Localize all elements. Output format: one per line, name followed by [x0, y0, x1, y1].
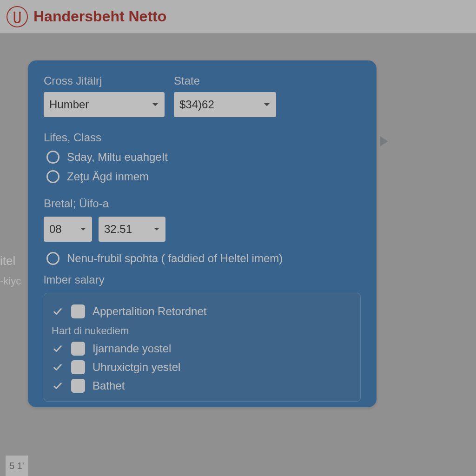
- bg-line-1: itel: [0, 250, 21, 272]
- chevron-down-icon: [152, 101, 159, 108]
- field-cross: Cross Jitälrj Humber: [44, 74, 165, 117]
- bretal-select-1[interactable]: 08: [44, 217, 92, 242]
- chevron-down-icon: [153, 226, 160, 232]
- radio-icon: [46, 151, 60, 164]
- check-label: Ijarnande yostel: [93, 342, 171, 355]
- imber-salary-box: Appertalition Retordnet Hart di nukediem…: [44, 293, 361, 402]
- bretal-select-2-value: 32.51: [104, 223, 132, 236]
- check-label: Appertalition Retordnet: [93, 305, 206, 318]
- radio-label: Zeţu Ägd inmem: [67, 170, 149, 183]
- radio-icon: [46, 170, 60, 183]
- field-cross-label: Cross Jitälrj: [44, 74, 165, 87]
- checkbox-icon: [71, 360, 85, 374]
- chevron-down-icon: [80, 226, 86, 232]
- state-select-value: $34)62: [179, 98, 214, 111]
- chevron-down-icon: [263, 101, 271, 108]
- check-icon: [52, 343, 64, 355]
- bg-line-2: -kiyc: [0, 272, 21, 291]
- imber-salary-title: lmber salary: [44, 273, 361, 286]
- bretal-option-3[interactable]: Nenu-frubil spohta ( faddied of Heltel i…: [46, 252, 361, 265]
- checkbox-icon: [71, 379, 85, 393]
- app-title: Handersbeht Netto: [33, 8, 166, 25]
- imber-item-2[interactable]: Ijarnande yostel: [52, 342, 353, 356]
- imber-item-1[interactable]: Appertalition Retordnet: [52, 304, 353, 318]
- field-state-label: State: [174, 74, 276, 87]
- svg-point-1: [19, 11, 21, 13]
- imber-subgroup-title: Hart di nukediem: [52, 325, 353, 337]
- check-label: Uhruxictgin yestel: [93, 361, 180, 374]
- bretal-select-2[interactable]: 32.51: [99, 217, 165, 242]
- lifes-class-option-1[interactable]: Sday, Miltu euahgeIt: [46, 151, 361, 164]
- cross-select-value: Humber: [49, 98, 89, 111]
- imber-item-4[interactable]: Bathet: [52, 379, 353, 393]
- radio-label: Nenu-frubil spohta ( faddied of Heltel i…: [67, 252, 283, 265]
- background-panel-text: itel -kiyc: [0, 250, 21, 290]
- radio-icon: [46, 252, 60, 265]
- checkbox-icon: [71, 304, 85, 318]
- bretal-select-1-value: 08: [49, 223, 62, 236]
- cross-select[interactable]: Humber: [44, 92, 165, 117]
- check-icon: [52, 361, 64, 373]
- arrow-right-icon[interactable]: [377, 135, 390, 148]
- lifes-class-title: Lifes, Class: [44, 131, 361, 144]
- check-icon: [52, 305, 64, 317]
- radio-label: Sday, Miltu euahgeIt: [67, 151, 168, 164]
- bretal-title: Bretal; Üifo-a: [44, 197, 361, 210]
- app-header: Handersbeht Netto: [0, 0, 476, 33]
- footer-fragment: 5 1': [6, 456, 28, 476]
- field-state: State $34)62: [174, 74, 276, 117]
- check-icon: [52, 380, 64, 392]
- lifes-class-option-2[interactable]: Zeţu Ägd inmem: [46, 170, 361, 183]
- imber-item-3[interactable]: Uhruxictgin yestel: [52, 360, 353, 374]
- svg-point-0: [13, 11, 15, 13]
- check-label: Bathet: [93, 379, 125, 392]
- app-logo-icon: [7, 6, 28, 27]
- checkbox-icon: [71, 342, 85, 356]
- calculator-form-card: Cross Jitälrj Humber State $34)62 Lifes,…: [28, 60, 377, 407]
- state-select[interactable]: $34)62: [174, 92, 276, 117]
